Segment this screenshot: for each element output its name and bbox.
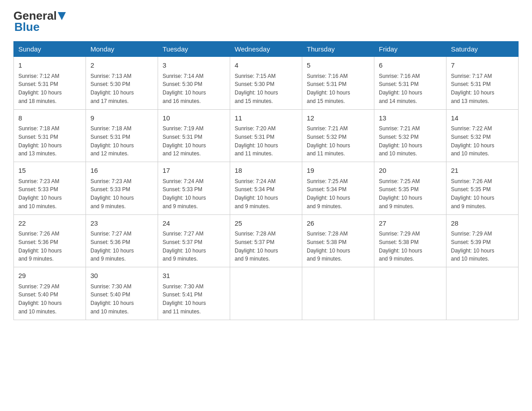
day-number: 1 <box>18 60 81 71</box>
day-info: Sunrise: 7:19 AMSunset: 5:31 PMDaylight:… <box>163 125 206 157</box>
day-number: 2 <box>90 60 153 71</box>
day-info: Sunrise: 7:29 AMSunset: 5:39 PMDaylight:… <box>451 231 494 262</box>
day-number: 28 <box>451 218 514 229</box>
calendar-day-cell: 12 Sunrise: 7:21 AMSunset: 5:32 PMDaylig… <box>302 109 374 162</box>
calendar-day-cell: 7 Sunrise: 7:17 AMSunset: 5:31 PMDayligh… <box>446 57 519 110</box>
logo: General Blue <box>13 9 66 34</box>
calendar-day-cell: 26 Sunrise: 7:28 AMSunset: 5:38 PMDaylig… <box>302 214 374 267</box>
day-info: Sunrise: 7:17 AMSunset: 5:31 PMDaylight:… <box>451 73 494 104</box>
calendar-day-cell <box>374 267 446 320</box>
day-number: 26 <box>307 218 369 229</box>
day-info: Sunrise: 7:23 AMSunset: 5:33 PMDaylight:… <box>18 178 62 210</box>
day-number: 12 <box>307 113 369 124</box>
day-info: Sunrise: 7:26 AMSunset: 5:35 PMDaylight:… <box>451 178 494 210</box>
weekday-header-tuesday: Tuesday <box>158 42 230 57</box>
day-number: 18 <box>235 166 297 176</box>
calendar-day-cell: 11 Sunrise: 7:20 AMSunset: 5:31 PMDaylig… <box>230 109 302 162</box>
day-number: 20 <box>379 166 442 176</box>
day-info: Sunrise: 7:21 AMSunset: 5:32 PMDaylight:… <box>379 125 422 157</box>
day-number: 23 <box>90 218 153 229</box>
calendar-day-cell <box>446 267 519 320</box>
day-number: 16 <box>90 166 153 176</box>
logo-blue-text: Blue <box>13 20 39 34</box>
calendar-day-cell: 8 Sunrise: 7:18 AMSunset: 5:31 PMDayligh… <box>14 109 86 162</box>
day-number: 29 <box>18 271 81 281</box>
calendar-day-cell: 17 Sunrise: 7:24 AMSunset: 5:33 PMDaylig… <box>158 162 230 215</box>
day-number: 22 <box>18 218 81 229</box>
day-info: Sunrise: 7:16 AMSunset: 5:31 PMDaylight:… <box>307 73 350 104</box>
day-info: Sunrise: 7:27 AMSunset: 5:37 PMDaylight:… <box>163 231 206 262</box>
day-number: 6 <box>379 60 442 71</box>
day-info: Sunrise: 7:29 AMSunset: 5:38 PMDaylight:… <box>379 231 422 262</box>
day-number: 24 <box>163 218 225 229</box>
calendar-day-cell: 22 Sunrise: 7:26 AMSunset: 5:36 PMDaylig… <box>14 214 86 267</box>
day-number: 3 <box>163 60 225 71</box>
calendar-day-cell: 13 Sunrise: 7:21 AMSunset: 5:32 PMDaylig… <box>374 109 446 162</box>
day-number: 27 <box>379 218 442 229</box>
day-info: Sunrise: 7:30 AMSunset: 5:41 PMDaylight:… <box>163 283 206 315</box>
calendar-day-cell: 3 Sunrise: 7:14 AMSunset: 5:30 PMDayligh… <box>158 57 230 110</box>
calendar-day-cell: 6 Sunrise: 7:16 AMSunset: 5:31 PMDayligh… <box>374 57 446 110</box>
day-info: Sunrise: 7:18 AMSunset: 5:31 PMDaylight:… <box>18 125 62 157</box>
weekday-header-thursday: Thursday <box>302 42 374 57</box>
day-info: Sunrise: 7:28 AMSunset: 5:38 PMDaylight:… <box>307 231 350 262</box>
day-info: Sunrise: 7:30 AMSunset: 5:40 PMDaylight:… <box>90 283 134 315</box>
weekday-header-monday: Monday <box>86 42 158 57</box>
calendar-day-cell: 2 Sunrise: 7:13 AMSunset: 5:30 PMDayligh… <box>86 57 158 110</box>
calendar-day-cell: 24 Sunrise: 7:27 AMSunset: 5:37 PMDaylig… <box>158 214 230 267</box>
day-info: Sunrise: 7:27 AMSunset: 5:36 PMDaylight:… <box>90 231 134 262</box>
day-number: 10 <box>163 113 225 124</box>
calendar-week-row: 29 Sunrise: 7:29 AMSunset: 5:40 PMDaylig… <box>14 267 519 320</box>
calendar-week-row: 8 Sunrise: 7:18 AMSunset: 5:31 PMDayligh… <box>14 109 519 162</box>
day-number: 8 <box>18 113 81 124</box>
day-info: Sunrise: 7:29 AMSunset: 5:40 PMDaylight:… <box>18 283 62 315</box>
calendar-day-cell: 5 Sunrise: 7:16 AMSunset: 5:31 PMDayligh… <box>302 57 374 110</box>
day-number: 11 <box>235 113 297 124</box>
calendar-day-cell: 16 Sunrise: 7:23 AMSunset: 5:33 PMDaylig… <box>86 162 158 215</box>
calendar-day-cell: 25 Sunrise: 7:28 AMSunset: 5:37 PMDaylig… <box>230 214 302 267</box>
calendar-week-row: 22 Sunrise: 7:26 AMSunset: 5:36 PMDaylig… <box>14 214 519 267</box>
day-number: 9 <box>90 113 153 124</box>
calendar-day-cell: 30 Sunrise: 7:30 AMSunset: 5:40 PMDaylig… <box>86 267 158 320</box>
calendar-day-cell: 14 Sunrise: 7:22 AMSunset: 5:32 PMDaylig… <box>446 109 519 162</box>
day-number: 14 <box>451 113 514 124</box>
day-number: 5 <box>307 60 369 71</box>
day-number: 25 <box>235 218 297 229</box>
calendar-day-cell: 19 Sunrise: 7:25 AMSunset: 5:34 PMDaylig… <box>302 162 374 215</box>
calendar-day-cell <box>230 267 302 320</box>
weekday-header-row: SundayMondayTuesdayWednesdayThursdayFrid… <box>14 42 519 57</box>
day-number: 4 <box>235 60 297 71</box>
day-number: 17 <box>163 166 225 176</box>
calendar-day-cell: 10 Sunrise: 7:19 AMSunset: 5:31 PMDaylig… <box>158 109 230 162</box>
calendar-day-cell: 1 Sunrise: 7:12 AMSunset: 5:31 PMDayligh… <box>14 57 86 110</box>
day-number: 30 <box>90 271 153 281</box>
day-number: 21 <box>451 166 514 176</box>
day-info: Sunrise: 7:13 AMSunset: 5:30 PMDaylight:… <box>90 73 134 104</box>
day-info: Sunrise: 7:22 AMSunset: 5:32 PMDaylight:… <box>451 125 494 157</box>
day-info: Sunrise: 7:21 AMSunset: 5:32 PMDaylight:… <box>307 125 350 157</box>
calendar-day-cell: 15 Sunrise: 7:23 AMSunset: 5:33 PMDaylig… <box>14 162 86 215</box>
calendar-day-cell: 27 Sunrise: 7:29 AMSunset: 5:38 PMDaylig… <box>374 214 446 267</box>
weekday-header-friday: Friday <box>374 42 446 57</box>
calendar-day-cell: 29 Sunrise: 7:29 AMSunset: 5:40 PMDaylig… <box>14 267 86 320</box>
day-number: 19 <box>307 166 369 176</box>
weekday-header-saturday: Saturday <box>446 42 519 57</box>
day-info: Sunrise: 7:24 AMSunset: 5:34 PMDaylight:… <box>235 178 278 210</box>
calendar-day-cell: 23 Sunrise: 7:27 AMSunset: 5:36 PMDaylig… <box>86 214 158 267</box>
weekday-header-wednesday: Wednesday <box>230 42 302 57</box>
day-info: Sunrise: 7:23 AMSunset: 5:33 PMDaylight:… <box>90 178 134 210</box>
day-number: 13 <box>379 113 442 124</box>
day-info: Sunrise: 7:12 AMSunset: 5:31 PMDaylight:… <box>18 73 62 104</box>
calendar-day-cell: 4 Sunrise: 7:15 AMSunset: 5:30 PMDayligh… <box>230 57 302 110</box>
calendar-day-cell: 28 Sunrise: 7:29 AMSunset: 5:39 PMDaylig… <box>446 214 519 267</box>
day-info: Sunrise: 7:24 AMSunset: 5:33 PMDaylight:… <box>163 178 206 210</box>
day-info: Sunrise: 7:26 AMSunset: 5:36 PMDaylight:… <box>18 231 62 262</box>
calendar-day-cell: 31 Sunrise: 7:30 AMSunset: 5:41 PMDaylig… <box>158 267 230 320</box>
day-info: Sunrise: 7:18 AMSunset: 5:31 PMDaylight:… <box>90 125 134 157</box>
weekday-header-sunday: Sunday <box>14 42 86 57</box>
calendar-day-cell <box>302 267 374 320</box>
calendar-week-row: 15 Sunrise: 7:23 AMSunset: 5:33 PMDaylig… <box>14 162 519 215</box>
day-info: Sunrise: 7:16 AMSunset: 5:31 PMDaylight:… <box>379 73 422 104</box>
day-info: Sunrise: 7:25 AMSunset: 5:35 PMDaylight:… <box>379 178 422 210</box>
page-header: General Blue <box>13 9 519 34</box>
